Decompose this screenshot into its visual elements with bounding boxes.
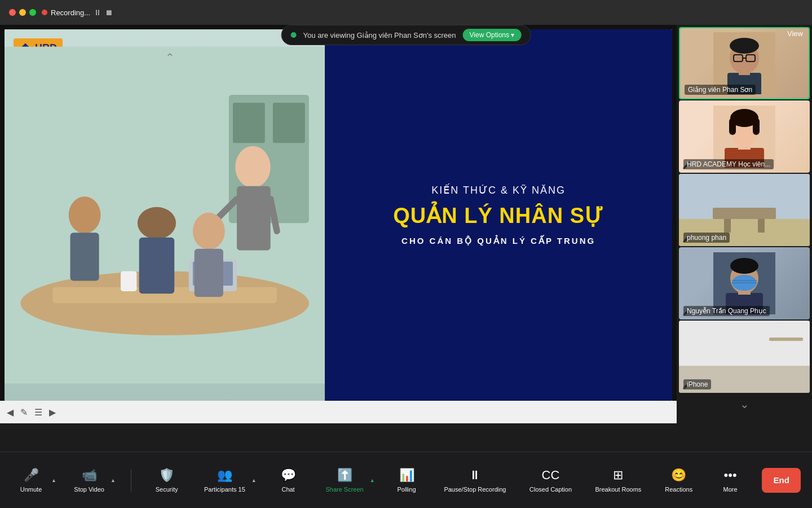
participant-face-2-svg <box>713 106 775 168</box>
pause-recording-label: Pause/Stop Recording <box>444 486 506 493</box>
stop-video-label: Stop Video <box>74 486 104 493</box>
slide-container: HRD <box>5 29 672 401</box>
slide-menu-button[interactable]: ☰ <box>34 407 42 418</box>
recording-dot <box>42 10 47 15</box>
mic-muted-icon: 🎤 <box>24 468 39 483</box>
screen-share-area: HRD <box>0 25 677 452</box>
participant-name-5: iPhone <box>683 379 711 389</box>
polling-button[interactable]: 📊 Polling <box>387 463 426 497</box>
title-bar-left: Recording... ⏸ ⏹ <box>9 8 113 17</box>
share-screen-icon: ⬆️ <box>337 468 352 483</box>
breakout-rooms-button[interactable]: ⊞ Breakout Rooms <box>589 463 647 497</box>
recording-stop-icon[interactable]: ⏹ <box>105 8 113 17</box>
maximize-button[interactable] <box>29 9 36 16</box>
unmute-label: Unmute <box>20 486 42 493</box>
chat-label: Chat <box>281 486 294 493</box>
svg-rect-38 <box>724 219 731 233</box>
participants-group: 👥 Participants 15 ▲ <box>198 463 257 497</box>
view-button[interactable]: View <box>787 29 803 38</box>
svg-point-7 <box>235 146 271 188</box>
share-screen-button[interactable]: ⬆️ Share Screen <box>320 463 369 497</box>
svg-rect-17 <box>121 271 136 291</box>
share-screen-caret[interactable]: ▲ <box>370 478 375 483</box>
slide-left: HRD <box>5 29 325 401</box>
notification-bar: You are viewing Giảng viên Phan Sơn's sc… <box>281 25 531 45</box>
scroll-down-arrow[interactable]: ⌄ <box>679 394 810 414</box>
security-label: Security <box>156 486 178 493</box>
screen-share-viewport: HRD <box>5 29 672 401</box>
reactions-label: Reactions <box>665 486 692 493</box>
slide-prev-button[interactable]: ◀ <box>7 407 14 418</box>
people-scene-svg <box>5 29 325 401</box>
view-options-button[interactable]: View Options ▾ <box>463 29 522 41</box>
svg-point-18 <box>193 213 225 249</box>
reactions-button[interactable]: 😊 Reactions <box>659 463 699 497</box>
unmute-caret[interactable]: ▲ <box>51 478 56 483</box>
polling-icon: 📊 <box>399 468 414 483</box>
svg-point-45 <box>730 258 758 274</box>
participant-tile-1: Giảng viên Phan Sơn <box>679 27 810 99</box>
more-button[interactable]: ••• More <box>710 463 750 497</box>
pause-recording-icon: ⏸ <box>469 468 481 483</box>
svg-rect-52 <box>769 338 803 341</box>
breakout-rooms-label: Breakout Rooms <box>595 486 641 493</box>
scroll-up-arrow[interactable]: ⌃ <box>165 51 175 64</box>
slide-controls: ◀ ✎ ☰ ▶ <box>0 401 677 423</box>
stop-video-button[interactable]: 📹 Stop Video <box>68 463 110 497</box>
svg-rect-19 <box>195 249 223 297</box>
right-panel: Giảng viên Phan Sơn 🎤 HRD ACADEMY Học vi <box>677 25 812 452</box>
breakout-rooms-icon: ⊞ <box>613 468 623 483</box>
participants-caret[interactable]: ▲ <box>251 478 257 483</box>
title-bar: Recording... ⏸ ⏹ <box>0 0 812 25</box>
unmute-group: 🎤 Unmute ▲ <box>11 463 56 497</box>
slide-next-button[interactable]: ▶ <box>49 407 56 418</box>
participant-tile-5: 🎤 iPhone <box>679 321 810 393</box>
slide-right: KIẾN THỨC & KỸ NĂNG QUẢN LÝ NHÂN SỰ CHO … <box>325 29 672 401</box>
divider-1 <box>131 469 131 492</box>
notification-dot <box>291 32 297 38</box>
svg-point-24 <box>730 38 759 54</box>
svg-rect-34 <box>753 118 760 135</box>
close-button[interactable] <box>9 9 16 16</box>
closed-caption-label: Closed Caption <box>529 486 572 493</box>
participant-tile-2: 🎤 HRD ACADEMY Học viên... <box>679 100 810 173</box>
traffic-lights <box>9 9 36 16</box>
svg-point-13 <box>138 207 176 239</box>
end-button[interactable]: End <box>762 468 800 493</box>
reactions-icon: 😊 <box>671 468 686 483</box>
slide-pen-button[interactable]: ✎ <box>20 407 28 418</box>
svg-rect-4 <box>273 103 305 143</box>
svg-rect-14 <box>139 238 175 294</box>
svg-rect-50 <box>679 321 810 366</box>
unmute-button[interactable]: 🎤 Unmute <box>11 463 51 497</box>
svg-point-11 <box>69 196 101 233</box>
chat-button[interactable]: 💬 Chat <box>268 463 308 497</box>
svg-rect-37 <box>713 208 776 219</box>
participant-name-3: phuong phan <box>683 233 730 243</box>
svg-rect-39 <box>758 219 765 233</box>
chat-icon: 💬 <box>281 468 296 483</box>
recording-pause-icon[interactable]: ⏸ <box>94 8 102 17</box>
minimize-button[interactable] <box>19 9 26 16</box>
below-slide-area <box>0 423 677 452</box>
svg-rect-12 <box>70 233 99 281</box>
closed-caption-button[interactable]: CC Closed Caption <box>524 463 577 497</box>
security-icon: 🛡️ <box>159 468 174 483</box>
participant-name-4: Nguyễn Trần Quang Phục <box>683 306 770 316</box>
share-screen-group: ⬆️ Share Screen ▲ <box>320 463 374 497</box>
participants-button[interactable]: 👥 Participants 15 <box>198 463 251 497</box>
participant-tile-3: 🎤 phuong phan <box>679 174 810 246</box>
slide-subtitle: KIẾN THỨC & KỸ NĂNG <box>431 184 566 196</box>
more-label: More <box>723 486 738 493</box>
people-scene: HRD <box>5 29 325 401</box>
participant-tile-4: 🎤 Nguyễn Trần Quang Phục <box>679 247 810 319</box>
pause-recording-button[interactable]: ⏸ Pause/Stop Recording <box>438 463 511 497</box>
notification-text: You are viewing Giảng viên Phan Sơn's sc… <box>303 31 456 40</box>
participants-icon: 👥 <box>217 468 232 483</box>
video-caret[interactable]: ▲ <box>111 478 116 483</box>
main-content: HRD <box>0 25 812 452</box>
security-button[interactable]: 🛡️ Security <box>147 463 187 497</box>
participant-name-1: Giảng viên Phan Sơn <box>685 85 756 95</box>
svg-rect-3 <box>233 103 265 143</box>
participant-face-4-svg <box>713 252 775 314</box>
